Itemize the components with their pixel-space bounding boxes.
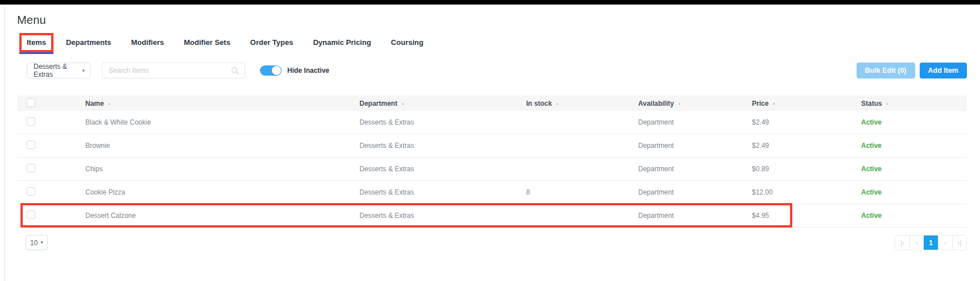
tab-coursing[interactable]: Coursing <box>391 32 423 55</box>
cell-availability: Department <box>638 165 752 173</box>
status-badge: Active <box>861 142 967 150</box>
bulk-edit-button[interactable]: Bulk Edit (0) <box>857 63 915 78</box>
pagination: |‹ ‹ 1 › ›| <box>895 235 967 250</box>
tab-label: Coursing <box>391 38 423 47</box>
tab-dynamic-pricing[interactable]: Dynamic Pricing <box>313 32 371 55</box>
last-page-button[interactable]: ›| <box>952 235 966 250</box>
table-row[interactable]: Black & White Cookie Desserts & Extras D… <box>17 111 967 134</box>
cell-department: Desserts & Extras <box>359 118 526 126</box>
toggle-knob <box>272 66 281 75</box>
cell-name: Dessert Calzone <box>85 212 359 220</box>
row-checkbox[interactable] <box>27 210 35 219</box>
cell-in-stock: 8 <box>526 188 638 196</box>
row-checkbox-cell <box>17 210 85 221</box>
cell-department: Desserts & Extras <box>359 165 526 173</box>
select-all-checkbox[interactable] <box>27 98 35 107</box>
tab-modifier-sets[interactable]: Modifier Sets <box>184 32 230 55</box>
column-header-name[interactable]: Name▲ <box>85 100 359 108</box>
cell-name: Brownie <box>85 142 359 150</box>
cell-department: Desserts & Extras <box>359 142 526 150</box>
hide-inactive-label: Hide Inactive <box>287 67 329 75</box>
status-badge: Active <box>861 118 967 126</box>
cell-name: Chips <box>85 165 359 173</box>
tab-departments[interactable]: Departments <box>66 32 111 55</box>
sort-asc-icon: ▲ <box>677 101 681 105</box>
table-body: Black & White Cookie Desserts & Extras D… <box>17 111 967 228</box>
cell-price: $2.49 <box>752 118 861 126</box>
cell-department: Desserts & Extras <box>359 212 526 220</box>
cell-price: $12.00 <box>752 188 861 196</box>
next-page-button[interactable]: › <box>938 235 952 250</box>
tab-modifiers[interactable]: Modifiers <box>131 32 164 55</box>
table-row[interactable]: Dessert Calzone Desserts & Extras Depart… <box>17 204 967 228</box>
tab-items[interactable]: Items <box>27 32 46 55</box>
column-header-status[interactable]: Status▲ <box>861 100 967 108</box>
department-filter-dropdown[interactable]: Desserts & Extras ▾ <box>27 63 90 78</box>
status-badge: Active <box>861 188 967 196</box>
cell-availability: Department <box>638 188 752 196</box>
search-items-box[interactable] <box>102 63 245 78</box>
column-header-department[interactable]: Department▲ <box>359 100 526 108</box>
table-footer: 10 ▾ |‹ ‹ 1 › ›| <box>17 235 967 250</box>
first-page-button[interactable]: |‹ <box>895 235 909 250</box>
cell-price: $4.95 <box>752 212 861 220</box>
row-checkbox[interactable] <box>27 164 35 172</box>
row-checkbox[interactable] <box>27 140 35 149</box>
table-row[interactable]: Chips Desserts & Extras Department $0.89… <box>17 158 967 181</box>
search-icon <box>231 67 239 75</box>
row-checkbox-cell <box>17 164 85 174</box>
row-checkbox[interactable] <box>27 117 35 126</box>
chevron-down-icon: ▾ <box>40 240 43 245</box>
column-header-in-stock[interactable]: In stock▲ <box>526 100 638 108</box>
tab-label: Modifier Sets <box>184 38 230 47</box>
cell-department: Desserts & Extras <box>359 188 526 196</box>
department-filter-value: Desserts & Extras <box>34 63 82 78</box>
sort-asc-icon: ▲ <box>772 101 776 105</box>
cell-name: Black & White Cookie <box>85 118 359 126</box>
table-row[interactable]: Brownie Desserts & Extras Department $2.… <box>17 134 967 158</box>
select-all-cell <box>17 98 85 109</box>
menu-page: Menu ItemsDepartmentsModifiersModifier S… <box>0 14 980 250</box>
search-input[interactable] <box>109 67 231 75</box>
sort-asc-icon: ▲ <box>886 101 890 105</box>
table-header-row: Name▲ Department▲ In stock▲ Availability… <box>17 96 967 111</box>
tab-order-types[interactable]: Order Types <box>250 32 293 55</box>
row-checkbox-cell <box>17 117 85 127</box>
cell-availability: Department <box>638 212 752 220</box>
status-badge: Active <box>861 212 967 220</box>
items-table: Name▲ Department▲ In stock▲ Availability… <box>17 96 967 228</box>
tab-label: Departments <box>66 38 111 47</box>
current-page-button[interactable]: 1 <box>924 235 938 250</box>
cell-availability: Department <box>638 118 752 126</box>
tab-label: Modifiers <box>131 38 164 47</box>
hide-inactive-toggle[interactable] <box>260 65 282 76</box>
tab-label: Order Types <box>250 38 293 47</box>
row-checkbox[interactable] <box>27 187 35 196</box>
tab-label: Items <box>27 38 46 47</box>
sort-asc-icon: ▲ <box>401 101 405 105</box>
chevron-down-icon: ▾ <box>82 68 85 73</box>
table-row[interactable]: Cookie Pizza Desserts & Extras 8 Departm… <box>17 181 967 204</box>
sort-asc-icon: ▲ <box>555 101 559 105</box>
page-size-value: 10 <box>30 239 38 247</box>
column-header-availability[interactable]: Availability▲ <box>638 100 752 108</box>
row-checkbox-cell <box>17 187 85 197</box>
tab-label: Dynamic Pricing <box>313 38 371 47</box>
tab-bar: ItemsDepartmentsModifiersModifier SetsOr… <box>17 32 967 55</box>
status-badge: Active <box>861 165 967 173</box>
row-checkbox-cell <box>17 140 85 151</box>
cell-availability: Department <box>638 142 752 150</box>
sort-asc-icon: ▲ <box>107 101 111 105</box>
cell-price: $0.89 <box>752 165 861 173</box>
cell-price: $2.49 <box>752 142 861 150</box>
page-size-dropdown[interactable]: 10 ▾ <box>26 235 48 250</box>
top-black-bar <box>0 0 980 5</box>
toolbar: Desserts & Extras ▾ Hide Inactive Bulk E… <box>17 63 967 78</box>
page-title: Menu <box>17 14 967 27</box>
add-item-button[interactable]: Add Item <box>920 63 967 78</box>
prev-page-button[interactable]: ‹ <box>909 235 924 250</box>
column-header-price[interactable]: Price▲ <box>752 100 861 108</box>
cell-name: Cookie Pizza <box>85 188 359 196</box>
